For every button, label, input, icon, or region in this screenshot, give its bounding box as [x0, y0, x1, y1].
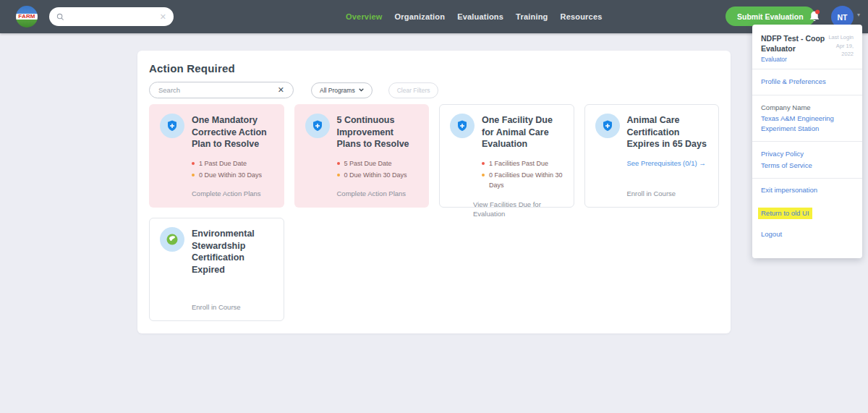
- card-icon-circle: [160, 114, 184, 138]
- nav-item-resources[interactable]: Resources: [561, 12, 603, 21]
- user-name: NDFP Test - Coop Evaluator: [761, 33, 827, 54]
- card-body: One Facility Due for Animal Care Evaluat…: [482, 114, 563, 198]
- card-footer-link[interactable]: Enroll in Course: [192, 302, 273, 312]
- action-required-panel: Action Required ✕ All Programs Clear Fil…: [137, 51, 731, 333]
- card-title: Animal Care Certification Expires in 65 …: [627, 114, 709, 150]
- shield-icon: [311, 119, 324, 132]
- clear-filters-button[interactable]: Clear Filters: [388, 82, 439, 98]
- card-footer-link[interactable]: Complete Action Plans: [337, 189, 419, 198]
- card-body: 5 Continuous Improvement Plans to Resolv…: [337, 114, 419, 198]
- card-body: One Mandatory Corrective Action Plan to …: [192, 114, 273, 198]
- card-search[interactable]: ✕: [149, 82, 294, 98]
- card-title: One Mandatory Corrective Action Plan to …: [192, 114, 273, 150]
- card-search-input[interactable]: [158, 86, 273, 94]
- menu-item-logout[interactable]: Logout: [761, 229, 854, 239]
- card-title: One Facility Due for Animal Care Evaluat…: [482, 114, 563, 150]
- bullet-dot: [482, 174, 485, 176]
- chevron-down-icon[interactable]: ▾: [857, 12, 860, 18]
- card-bullet: 0 Facilities Due Within 30 Days: [482, 171, 563, 190]
- nav-items: OverviewOrganizationEvaluationsTrainingR…: [346, 0, 603, 33]
- filter-row: ✕ All Programs Clear Filters: [149, 82, 719, 98]
- bullet-text: 1 Past Due Date: [199, 159, 247, 169]
- bullet-text: 5 Past Due Date: [344, 159, 392, 169]
- bullet-text: 1 Facilities Past Due: [489, 159, 548, 169]
- top-navigation-bar: FARM ✕ OverviewOrganizationEvaluationsTr…: [0, 0, 868, 33]
- all-programs-filter[interactable]: All Programs: [311, 82, 373, 98]
- farm-logo[interactable]: FARM: [16, 6, 38, 27]
- bullet-text: 0 Due Within 30 Days: [199, 171, 262, 181]
- globe-icon: [166, 233, 179, 246]
- nav-item-overview[interactable]: Overview: [346, 12, 383, 21]
- menu-item-profile-preferences[interactable]: Profile & Preferences: [761, 77, 854, 87]
- card-footer-link[interactable]: Complete Action Plans: [192, 189, 273, 198]
- cards-grid: One Mandatory Corrective Action Plan to …: [149, 104, 719, 321]
- card-icon-circle: [160, 227, 184, 252]
- action-card[interactable]: Animal Care Certification Expires in 65 …: [584, 104, 720, 208]
- last-login-label: Last Login: [828, 34, 854, 41]
- nav-item-training[interactable]: Training: [516, 12, 548, 21]
- card-title: Environmental Stewardship Certification …: [192, 228, 273, 276]
- card-bullet: 0 Due Within 30 Days: [192, 171, 273, 181]
- card-footer-link[interactable]: View Facilities Due for Evaluation: [473, 200, 563, 219]
- clear-global-search-icon[interactable]: ✕: [160, 13, 166, 21]
- notification-bell-icon[interactable]: [808, 9, 821, 24]
- last-login: Last Login Apr 19, 2022: [827, 33, 854, 63]
- bullet-dot: [337, 162, 340, 165]
- menu-item-return-to-old-ui[interactable]: Return to old UI: [758, 208, 812, 219]
- nav-item-evaluations[interactable]: Evaluations: [457, 12, 503, 21]
- card-body: Environmental Stewardship Certification …: [192, 227, 273, 312]
- farm-logo-text: FARM: [18, 14, 35, 20]
- menu-item-company-name: Company Name: [761, 103, 854, 113]
- card-bullet: 1 Facilities Past Due: [482, 159, 563, 169]
- user-menu-sections: Profile & PreferencesCompany NameTexas A…: [752, 69, 862, 256]
- action-card[interactable]: One Mandatory Corrective Action Plan to …: [149, 104, 284, 208]
- submit-evaluation-button[interactable]: Submit Evaluation: [726, 7, 815, 26]
- action-card[interactable]: Environmental Stewardship Certification …: [149, 218, 284, 321]
- card-link[interactable]: See Prerequisites (0/1) →: [627, 159, 709, 167]
- card-footer-link[interactable]: Enroll in Course: [627, 189, 709, 198]
- card-icon-circle: [450, 114, 475, 138]
- card-title: 5 Continuous Improvement Plans to Resolv…: [337, 114, 419, 150]
- menu-item-privacy-policy[interactable]: Privacy Policy: [761, 149, 854, 159]
- card-bullet: 0 Due Within 30 Days: [337, 171, 419, 181]
- menu-item-terms-of-service[interactable]: Terms of Service: [761, 161, 854, 171]
- global-search-input[interactable]: [69, 13, 156, 21]
- page-title: Action Required: [149, 62, 719, 74]
- user-menu-dropdown: NDFP Test - Coop Evaluator Evaluator Las…: [752, 25, 862, 258]
- action-card[interactable]: 5 Continuous Improvement Plans to Resolv…: [294, 104, 430, 208]
- bullet-dot: [192, 174, 195, 176]
- bullet-dot: [482, 162, 485, 165]
- all-programs-label: All Programs: [320, 87, 355, 94]
- action-card[interactable]: One Facility Due for Animal Care Evaluat…: [439, 104, 574, 208]
- shield-icon: [601, 119, 614, 132]
- bullet-text: 0 Due Within 30 Days: [344, 171, 407, 181]
- search-icon: [56, 13, 64, 21]
- menu-item-texas-a-m-engineering-experiment-station[interactable]: Texas A&M Engineering Experiment Station: [761, 114, 854, 135]
- shield-icon: [166, 119, 179, 132]
- bullet-dot: [192, 162, 195, 165]
- card-bullets: 1 Past Due Date0 Due Within 30 Days: [192, 159, 273, 183]
- card-bullet: 5 Past Due Date: [337, 159, 419, 169]
- card-body: Animal Care Certification Expires in 65 …: [627, 114, 709, 198]
- chevron-down-icon: [359, 88, 364, 92]
- bullet-dot: [337, 174, 340, 176]
- card-bullets: 1 Facilities Past Due0 Facilities Due Wi…: [482, 159, 563, 193]
- bullet-text: 0 Facilities Due Within 30 Days: [489, 171, 563, 190]
- user-menu-header: NDFP Test - Coop Evaluator Evaluator Las…: [752, 33, 862, 69]
- user-role: Evaluator: [761, 56, 827, 63]
- last-login-date: Apr 19, 2022: [836, 43, 854, 58]
- menu-item-exit-impersonation[interactable]: Exit impersonation: [761, 185, 854, 195]
- nav-item-organization[interactable]: Organization: [395, 12, 446, 21]
- card-bullets: 5 Past Due Date0 Due Within 30 Days: [337, 159, 419, 183]
- card-icon-circle: [305, 114, 330, 138]
- card-bullet: 1 Past Due Date: [192, 159, 273, 169]
- global-search[interactable]: ✕: [49, 7, 174, 26]
- clear-card-search-icon[interactable]: ✕: [278, 86, 284, 94]
- card-icon-circle: [595, 114, 620, 138]
- shield-icon: [456, 119, 469, 132]
